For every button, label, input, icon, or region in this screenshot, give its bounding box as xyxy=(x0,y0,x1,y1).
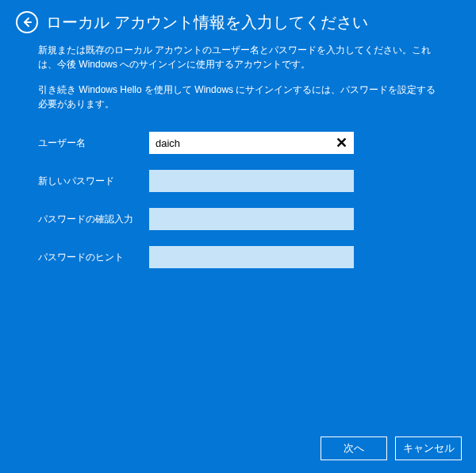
username-input[interactable] xyxy=(149,132,354,154)
intro-paragraph-1: 新規または既存のローカル アカウントのユーザー名とパスワードを入力してください。… xyxy=(38,43,438,71)
next-button[interactable]: 次へ xyxy=(321,436,387,460)
password-hint-label: パスワードのヒント xyxy=(38,251,149,264)
password-label: 新しいパスワード xyxy=(38,175,149,188)
page-title: ローカル アカウント情報を入力してください xyxy=(46,12,368,33)
back-button[interactable] xyxy=(16,11,38,33)
cancel-button[interactable]: キャンセル xyxy=(395,436,462,460)
password-hint-input[interactable] xyxy=(149,246,354,268)
clear-input-icon[interactable]: ✕ xyxy=(332,136,351,150)
intro-paragraph-2: 引き続き Windows Hello を使用して Windows にサインインす… xyxy=(38,83,438,111)
back-arrow-icon xyxy=(21,17,33,28)
confirm-password-input[interactable] xyxy=(149,208,354,230)
confirm-password-label: パスワードの確認入力 xyxy=(38,213,149,226)
password-input[interactable] xyxy=(149,170,354,192)
username-label: ユーザー名 xyxy=(38,137,149,150)
